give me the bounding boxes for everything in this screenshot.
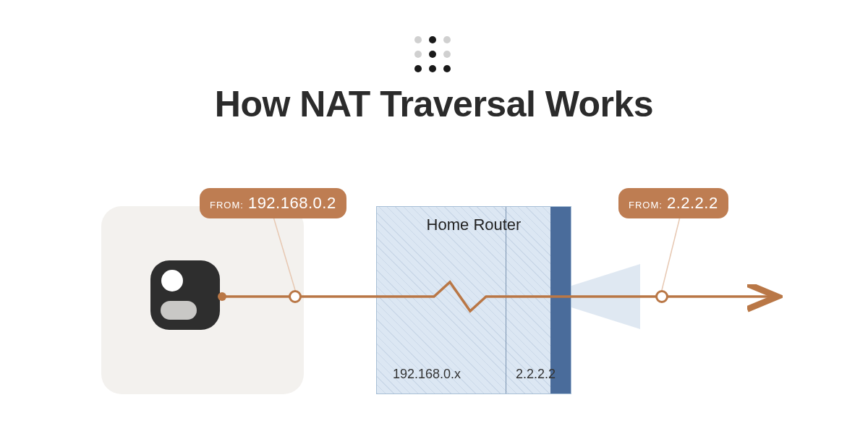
diagram-stage: Home Router 192.168.0.x 2.2.2.2 FROM: 19… — [0, 188, 868, 420]
from-ip: 2.2.2.2 — [667, 194, 718, 213]
path-node-origin — [218, 292, 226, 301]
path-node-before-nat — [289, 290, 302, 303]
from-label: FROM: — [629, 200, 663, 210]
page-title: How NAT Traversal Works — [0, 83, 868, 125]
from-ip: 192.168.0.2 — [248, 194, 336, 213]
from-label: FROM: — [210, 200, 244, 210]
packet-label-before: FROM: 192.168.0.2 — [200, 188, 346, 218]
path-node-after-nat — [655, 290, 668, 303]
logo-icon — [414, 36, 454, 75]
packet-path — [0, 188, 868, 420]
packet-label-after: FROM: 2.2.2.2 — [618, 188, 728, 218]
